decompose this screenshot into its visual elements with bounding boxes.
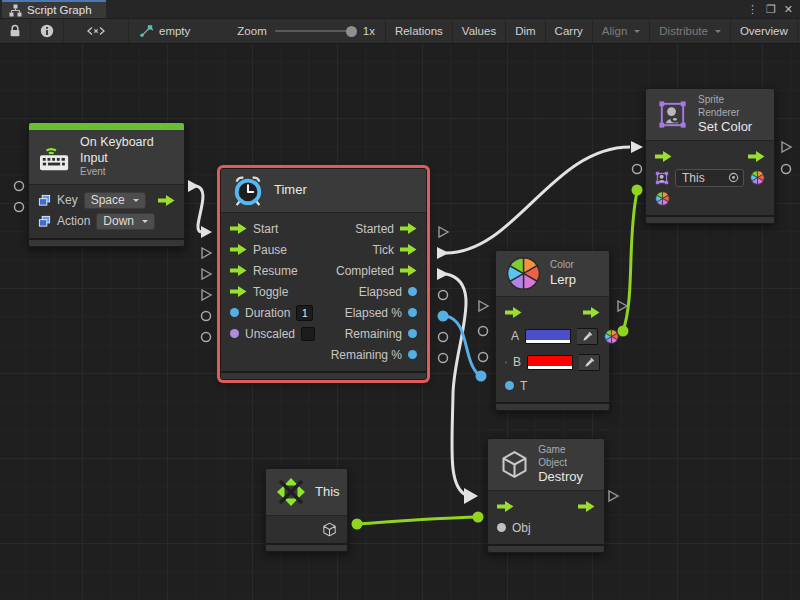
- wire-arrowhead: [464, 488, 478, 504]
- color-swatch-a[interactable]: [525, 329, 571, 344]
- target-object-field[interactable]: This: [675, 169, 744, 187]
- port-this-out[interactable]: [352, 519, 363, 530]
- port-timer-tick-out[interactable]: [437, 247, 449, 259]
- port-lerp-a-in[interactable]: [479, 327, 488, 336]
- value-input-icon[interactable]: [505, 381, 514, 390]
- port-setcolor-target-in[interactable]: [633, 165, 642, 174]
- port-lerp-color-out[interactable]: [618, 326, 629, 337]
- flow-output-icon[interactable]: [158, 195, 175, 206]
- flow-input-icon[interactable]: [497, 501, 514, 512]
- flow-input-icon[interactable]: [655, 151, 672, 162]
- collapse-button[interactable]: [64, 19, 129, 43]
- overview-button[interactable]: Overview: [730, 19, 797, 43]
- port-timer-remaining-out[interactable]: [439, 333, 448, 342]
- value-output-icon[interactable]: [408, 287, 417, 296]
- lock-button[interactable]: [0, 19, 31, 43]
- action-dropdown[interactable]: Down: [96, 213, 155, 230]
- flow-input-icon[interactable]: [505, 307, 522, 318]
- maximize-icon[interactable]: ❐: [766, 4, 776, 15]
- port-timer-duration-in[interactable]: [202, 312, 211, 321]
- dim-button[interactable]: Dim: [505, 19, 544, 43]
- value-input-icon[interactable]: [230, 308, 239, 317]
- carry-button[interactable]: Carry: [545, 19, 592, 43]
- port-timer-unscaled-in[interactable]: [202, 333, 211, 342]
- window-menu-icon[interactable]: ⋮: [747, 4, 758, 15]
- node-title: This: [315, 484, 340, 500]
- port-timer-started-out[interactable]: [439, 227, 448, 237]
- port-lerp-flow-in[interactable]: [479, 301, 488, 311]
- port-lerp-b-in[interactable]: [479, 353, 488, 362]
- port-timer-pause-in[interactable]: [202, 248, 211, 258]
- port-timer-resume-in[interactable]: [202, 269, 211, 279]
- flow-output-icon[interactable]: [583, 307, 600, 318]
- color-input-icon[interactable]: [655, 191, 670, 206]
- port-keyboard-action-in[interactable]: [15, 203, 24, 212]
- port-label-b: B: [513, 355, 521, 369]
- close-icon[interactable]: ✕: [784, 4, 793, 15]
- flow-output-icon[interactable]: [748, 151, 765, 162]
- node-on-keyboard-input[interactable]: On Keyboard Input Event Key Space: [28, 122, 185, 247]
- flow-output-icon[interactable]: [400, 223, 417, 234]
- values-button[interactable]: Values: [452, 19, 505, 43]
- flow-input-icon[interactable]: [230, 265, 247, 276]
- relations-button[interactable]: Relations: [385, 19, 452, 43]
- port-setcolor-value-out[interactable]: [782, 165, 791, 174]
- port-keyboard-flow-out[interactable]: [188, 180, 199, 192]
- eyedropper-button[interactable]: [577, 328, 598, 345]
- align-button[interactable]: Align: [592, 19, 650, 43]
- distribute-button[interactable]: Distribute: [649, 19, 730, 43]
- object-picker-icon[interactable]: [728, 172, 739, 183]
- color-output-icon[interactable]: [604, 329, 619, 344]
- port-timer-start-in[interactable]: [201, 226, 212, 238]
- graph-canvas[interactable]: On Keyboard Input Event Key Space: [0, 44, 800, 600]
- port-setcolor-color-in[interactable]: [632, 185, 643, 196]
- port-timer-remainingpct-out[interactable]: [439, 354, 448, 363]
- value-input-icon[interactable]: [230, 329, 239, 338]
- node-set-color[interactable]: Sprite Renderer Set Color: [645, 88, 775, 224]
- wire-keyboard-to-timer-start: [196, 186, 203, 232]
- flow-input-icon[interactable]: [230, 244, 247, 255]
- port-keyboard-key-in[interactable]: [15, 182, 24, 191]
- flow-output-icon[interactable]: [400, 265, 417, 276]
- tab-script-graph[interactable]: Script Graph: [2, 0, 106, 18]
- duration-input[interactable]: 1: [296, 305, 313, 321]
- flow-output-icon[interactable]: [400, 244, 417, 255]
- port-timer-toggle-in[interactable]: [202, 290, 211, 300]
- flow-input-icon[interactable]: [230, 286, 247, 297]
- game-object-output-icon[interactable]: [321, 521, 338, 538]
- info-button[interactable]: [31, 19, 64, 43]
- node-footer: [221, 371, 426, 379]
- color-swatch-b[interactable]: [527, 355, 573, 370]
- port-timer-completed-out[interactable]: [437, 268, 449, 280]
- node-destroy[interactable]: Game Object Destroy Obj: [487, 438, 605, 553]
- eyedropper-button[interactable]: [579, 354, 600, 371]
- graph-source-button[interactable]: empty: [129, 19, 199, 43]
- value-input-icon[interactable]: [497, 523, 506, 532]
- zoom-slider-handle[interactable]: [346, 26, 357, 37]
- port-label-elapsed-pct: Elapsed %: [345, 306, 402, 320]
- key-dropdown[interactable]: Space: [84, 192, 146, 209]
- color-output-icon[interactable]: [750, 170, 765, 185]
- port-timer-elapsedpct-out[interactable]: [438, 311, 449, 322]
- node-this[interactable]: This: [265, 468, 348, 552]
- color-input-icon[interactable]: [505, 355, 507, 370]
- port-lerp-flow-out[interactable]: [618, 301, 627, 311]
- value-output-icon[interactable]: [408, 308, 417, 317]
- zoom-slider[interactable]: [275, 30, 355, 32]
- value-output-icon[interactable]: [408, 350, 417, 359]
- port-setcolor-flow-in[interactable]: [631, 141, 643, 153]
- flow-output-icon[interactable]: [578, 501, 595, 512]
- port-timer-elapsed-out[interactable]: [439, 291, 448, 300]
- eyedropper-icon: [582, 331, 593, 342]
- node-timer[interactable]: Timer Start Started Pause Tick R: [220, 168, 427, 380]
- port-destroy-flow-out[interactable]: [609, 491, 618, 501]
- node-color-lerp[interactable]: Color Lerp A: [495, 250, 610, 411]
- sprite-renderer-icon: [656, 98, 689, 131]
- port-destroy-obj-in[interactable]: [473, 512, 484, 523]
- flow-input-icon[interactable]: [230, 223, 247, 234]
- value-output-icon[interactable]: [408, 329, 417, 338]
- unscaled-checkbox[interactable]: [301, 327, 315, 341]
- port-setcolor-flow-out[interactable]: [782, 142, 791, 152]
- port-label-toggle: Toggle: [253, 285, 288, 299]
- node-title: On Keyboard Input: [80, 135, 174, 166]
